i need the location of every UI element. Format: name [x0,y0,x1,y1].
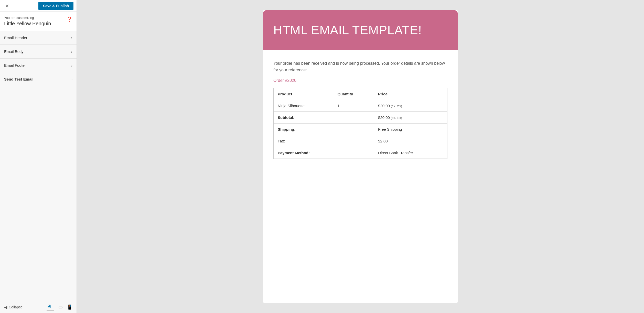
nav-items: Email Header›Email Body›Email Footer›Sen… [0,31,77,301]
col-price: Price [374,88,447,100]
sidebar-item-send-test-email[interactable]: Send Test Email› [0,72,77,86]
view-icons: 🖥 ▭ 📱 [47,304,72,310]
tax-row: Tax: $2.00 [274,135,447,147]
sidebar-item-label: Email Body [4,49,24,54]
payment-row: Payment Method: Direct Bank Transfer [274,147,447,159]
order-link[interactable]: Order #2020 [273,78,447,83]
shipping-value: Free Shipping [374,124,447,135]
email-header-banner: HTML EMAIL TEMPLATE! [263,10,458,50]
shipping-row: Shipping: Free Shipping [274,124,447,135]
customizing-label: You are customizing [4,16,51,20]
collapse-label: Collapse [9,305,23,309]
tablet-view-button[interactable]: ▭ [58,304,63,310]
collapse-left-icon: ◀ [4,305,7,310]
payment-value: Direct Bank Transfer [374,147,447,159]
sidebar-header: ✕ Save & Publish [0,0,77,12]
collapse-button[interactable]: ◀ Collapse [4,305,23,310]
subtotal-label: Subtotal: [274,112,374,124]
sidebar-item-label: Send Test Email [4,77,34,81]
chevron-right-icon: › [71,77,72,81]
customizing-name: Little Yellow Penguin [4,21,51,27]
close-button[interactable]: ✕ [3,2,11,10]
email-preview: HTML EMAIL TEMPLATE! Your order has been… [263,10,458,303]
subtotal-value: $20.00 (ex. tax) [374,112,447,124]
sidebar-item-email-footer[interactable]: Email Footer› [0,59,77,72]
desktop-view-wrapper: 🖥 [47,304,54,310]
main-content: HTML EMAIL TEMPLATE! Your order has been… [77,0,644,313]
save-publish-button[interactable]: Save & Publish [38,2,73,10]
sidebar-item-email-header[interactable]: Email Header› [0,31,77,45]
tax-label: Tax: [274,135,374,147]
sidebar-item-label: Email Footer [4,63,26,68]
product-name: Ninja Silhouette [274,100,333,112]
sidebar-footer: ◀ Collapse 🖥 ▭ 📱 [0,301,77,313]
table-row: Ninja Silhouette 1 $20.00 (ex. tax) [274,100,447,112]
tax-value: $2.00 [374,135,447,147]
sidebar: ✕ Save & Publish You are customizing Lit… [0,0,77,313]
col-quantity: Quantity [333,88,374,100]
help-icon[interactable]: ❓ [67,16,72,22]
chevron-right-icon: › [71,63,72,68]
customizing-section: You are customizing Little Yellow Pengui… [0,12,77,31]
shipping-label: Shipping: [274,124,374,135]
subtotal-row: Subtotal: $20.00 (ex. tax) [274,112,447,124]
desktop-view-button[interactable]: 🖥 [47,304,51,309]
email-header-title: HTML EMAIL TEMPLATE! [273,23,447,37]
order-intro-text: Your order has been received and is now … [273,60,447,73]
price-ex-tax: (ex. tax) [391,104,402,108]
sidebar-item-email-body[interactable]: Email Body› [0,45,77,59]
table-header-row: Product Quantity Price [274,88,447,100]
chevron-right-icon: › [71,50,72,54]
email-body-content: Your order has been received and is now … [263,50,458,166]
payment-label: Payment Method: [274,147,374,159]
sidebar-item-label: Email Header [4,36,27,40]
subtotal-ex-tax: (ex. tax) [391,116,402,120]
chevron-right-icon: › [71,36,72,40]
mobile-view-button[interactable]: 📱 [67,304,72,310]
product-quantity: 1 [333,100,374,112]
product-price: $20.00 (ex. tax) [374,100,447,112]
order-table: Product Quantity Price Ninja Silhouette … [273,88,447,159]
customizing-text: You are customizing Little Yellow Pengui… [4,16,51,27]
col-product: Product [274,88,333,100]
